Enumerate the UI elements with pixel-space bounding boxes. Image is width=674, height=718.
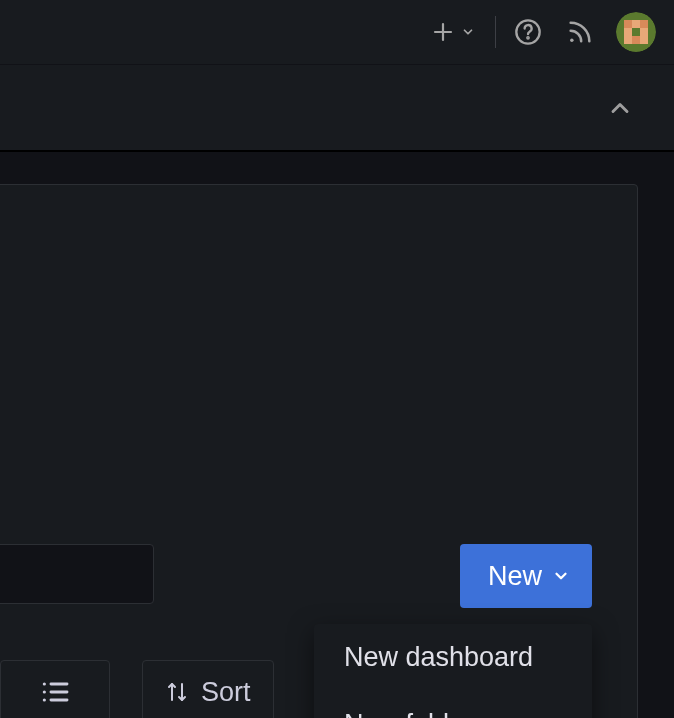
news-button[interactable]: [554, 0, 606, 64]
svg-point-5: [616, 12, 656, 52]
svg-rect-9: [624, 28, 632, 36]
svg-point-14: [43, 682, 46, 685]
sort-button-label: Sort: [201, 677, 251, 708]
dropdown-item-new-folder[interactable]: New folder: [314, 691, 592, 718]
svg-rect-10: [640, 28, 648, 36]
new-dropdown-menu: New dashboard New folder Import: [314, 624, 592, 718]
list-icon: [39, 676, 71, 708]
svg-rect-11: [632, 36, 640, 44]
list-view-button[interactable]: [0, 660, 110, 718]
svg-rect-13: [640, 36, 648, 44]
help-button[interactable]: [502, 0, 554, 64]
dropdown-item-label: New dashboard: [344, 642, 533, 672]
dropdown-item-label: New folder: [344, 709, 473, 718]
content-area: New Sort New dashboard New folder Import: [0, 154, 674, 718]
chevron-up-icon: [606, 94, 634, 122]
top-toolbar: [0, 0, 674, 64]
sort-button[interactable]: Sort: [142, 660, 274, 718]
panel-header: [0, 64, 674, 152]
svg-rect-7: [640, 20, 648, 28]
help-icon: [514, 18, 542, 46]
new-button-label: New: [488, 561, 542, 592]
new-button[interactable]: New: [460, 544, 592, 608]
svg-point-16: [43, 690, 46, 693]
user-avatar[interactable]: [616, 12, 656, 52]
svg-point-18: [43, 698, 46, 701]
svg-rect-12: [624, 36, 632, 44]
svg-rect-8: [632, 20, 640, 28]
svg-point-3: [527, 37, 528, 38]
dropdown-item-new-dashboard[interactable]: New dashboard: [314, 624, 592, 691]
add-button[interactable]: [419, 0, 489, 64]
svg-point-4: [570, 38, 574, 42]
chevron-down-icon: [552, 567, 570, 585]
chevron-down-icon: [461, 25, 475, 39]
plus-icon: [431, 20, 455, 44]
avatar-icon: [616, 12, 656, 52]
svg-rect-6: [624, 20, 632, 28]
rss-icon: [566, 18, 594, 46]
search-input[interactable]: [0, 544, 154, 604]
toolbar-divider: [495, 16, 496, 48]
collapse-button[interactable]: [602, 90, 638, 126]
sort-icon: [165, 680, 189, 704]
